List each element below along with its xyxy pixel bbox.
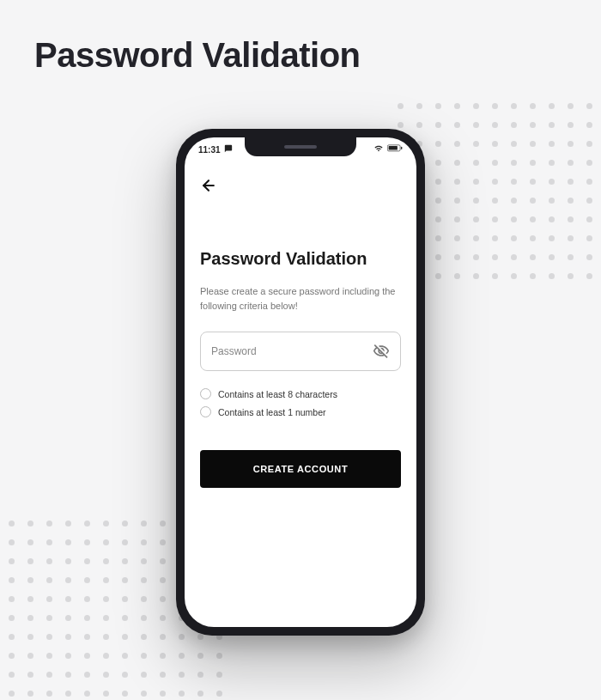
criteria-indicator <box>200 406 211 417</box>
decorative-dot-grid-top <box>398 103 592 279</box>
criteria-label: Contains at least 8 characters <box>218 389 337 399</box>
svg-rect-1 <box>389 146 398 150</box>
sms-icon <box>224 144 233 155</box>
criteria-label: Contains at least 1 number <box>218 407 326 417</box>
phone-notch <box>245 137 356 156</box>
criteria-list: Contains at least 8 characters Contains … <box>200 388 401 417</box>
eye-off-icon <box>373 343 390 360</box>
screen-heading: Password Validation <box>200 249 401 269</box>
password-input[interactable] <box>211 345 373 357</box>
toggle-password-visibility[interactable] <box>373 343 390 360</box>
battery-icon <box>387 144 403 155</box>
phone-speaker <box>284 145 317 149</box>
wifi-icon <box>373 144 384 155</box>
password-field-container <box>200 332 401 371</box>
status-time: 11:31 <box>198 145 221 155</box>
arrow-left-icon <box>200 177 217 194</box>
page-title: Password Validation <box>34 36 361 75</box>
criteria-item: Contains at least 8 characters <box>200 388 401 399</box>
app-content: Password Validation Please create a secu… <box>185 163 416 627</box>
phone-mockup: 11:31 Password Vali <box>176 129 425 636</box>
back-button[interactable] <box>200 175 221 196</box>
phone-screen: 11:31 Password Vali <box>185 137 416 627</box>
criteria-indicator <box>200 388 211 399</box>
status-bar-left: 11:31 <box>198 144 233 155</box>
criteria-item: Contains at least 1 number <box>200 406 401 417</box>
screen-subtext: Please create a secure password includin… <box>200 284 401 313</box>
svg-rect-2 <box>401 147 402 149</box>
status-bar-right <box>373 144 403 155</box>
create-account-button[interactable]: CREATE ACCOUNT <box>200 450 401 488</box>
